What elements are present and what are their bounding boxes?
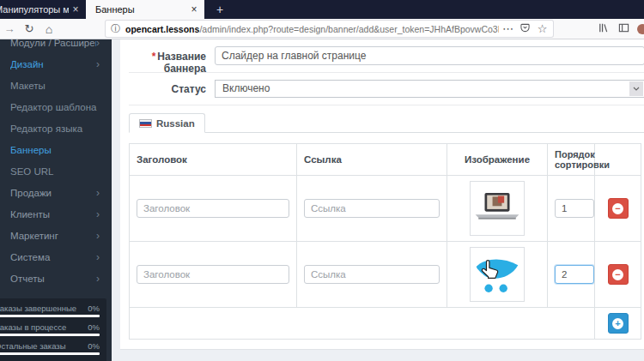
forward-icon[interactable]: → [3, 23, 16, 34]
sidebar-item-system[interactable]: Система› [0, 247, 112, 268]
language-tab-label: Russian [156, 118, 195, 129]
browser-tab-inactive[interactable]: Манипуляторы мышь × [0, 0, 86, 19]
header-sort-order: Порядок сортировки [548, 144, 595, 176]
banner-title-input[interactable] [137, 199, 289, 218]
plus-circle-icon: + [612, 318, 623, 329]
stat-orders-processing: Заказы в процессе0% [0, 322, 100, 336]
progress-bar [0, 315, 100, 317]
russian-flag-icon [139, 119, 152, 128]
sidebar-item-sales[interactable]: Продажи› [0, 183, 112, 204]
stat-value: 0% [88, 304, 100, 313]
banner-link-input[interactable] [304, 265, 440, 284]
admin-sidebar: Модули / Расширения› Дизайн› Макеты Реда… [0, 39, 112, 361]
banner-image-laptop[interactable] [470, 181, 525, 236]
banner-link-input[interactable] [304, 199, 440, 218]
footer-empty-cell [130, 308, 595, 340]
main-content: *Название баннера Статус Включено Russia… [112, 39, 644, 361]
table-header-row: Заголовок Ссылка Изображение Порядок сор… [130, 144, 641, 176]
tab-title: Баннеры [95, 4, 187, 15]
progress-bar [0, 334, 100, 336]
add-row-button[interactable]: + [608, 313, 629, 334]
sidebar-item-design[interactable]: Дизайн› [0, 54, 112, 75]
url-path: /admin/index.php?route=design/banner/add… [199, 24, 499, 34]
chevron-right-icon: › [96, 183, 100, 204]
account-icon[interactable] [637, 24, 644, 34]
browser-tab-bar: Манипуляторы мышь × Баннеры × + [0, 0, 644, 19]
table-row: − [130, 242, 641, 308]
header-title: Заголовок [130, 144, 297, 176]
sidebar-item-theme-editor[interactable]: Редактор шаблона [0, 97, 112, 118]
tab-russian[interactable]: Russian [129, 113, 205, 133]
sidebar-item-seo-url[interactable]: SEO URL [0, 161, 112, 183]
stat-value: 0% [88, 322, 100, 332]
sidebar-toggle-icon[interactable] [617, 22, 630, 35]
sort-order-input[interactable] [555, 265, 594, 284]
tab-title: Манипуляторы мышь [0, 4, 69, 15]
sidebar-item-marketing[interactable]: Маркетинг› [0, 226, 112, 247]
banner-name-input[interactable] [215, 46, 644, 65]
banner-image-opencart-logo[interactable] [470, 247, 525, 302]
banner-name-label: *Название баннера [129, 46, 215, 75]
sidebar-item-language-editor[interactable]: Редактор языка [0, 118, 112, 140]
sort-order-input[interactable] [555, 199, 594, 218]
sidebar-item-banners[interactable]: Баннеры [0, 140, 112, 161]
status-label: Статус [129, 83, 215, 95]
status-row: Статус Включено [129, 73, 644, 105]
url-domain: opencart.lessons [125, 24, 199, 34]
progress-bar [0, 352, 100, 355]
sidebar-item-reports[interactable]: Отчеты› [0, 268, 112, 290]
table-row: − [130, 176, 641, 242]
status-selected-value: Включено [222, 82, 270, 94]
divider [129, 105, 644, 105]
banner-name-row: *Название баннера [129, 39, 644, 72]
remove-row-button[interactable]: − [608, 198, 629, 219]
chevron-down-icon [629, 81, 643, 96]
remove-row-button[interactable]: − [608, 264, 629, 285]
url-bar[interactable]: ⓘ opencart.lessons/admin/index.php?route… [106, 21, 553, 37]
sidebar-item-extensions[interactable]: Модули / Расширения› [0, 39, 112, 54]
tab-close-icon[interactable]: × [69, 3, 82, 15]
chevron-right-icon: › [96, 39, 100, 54]
url-text[interactable]: opencart.lessons/admin/index.php?route=d… [125, 24, 499, 34]
required-mark: * [152, 51, 156, 63]
bookmark-star-icon[interactable]: ☆ [537, 23, 548, 34]
chevron-right-icon: › [96, 54, 100, 75]
table-footer-row: + [130, 308, 641, 340]
site-info-icon[interactable]: ⓘ [111, 22, 120, 35]
sidebar-order-stats: Заказы завершенные0% Заказы в процессе0%… [0, 298, 106, 361]
stat-orders-completed: Заказы завершенные0% [0, 304, 100, 317]
minus-circle-icon: − [612, 203, 623, 214]
language-tabs: Russian [129, 113, 644, 133]
banner-title-input[interactable] [137, 265, 289, 284]
banner-form-panel: *Название баннера Статус Включено Russia… [120, 39, 644, 350]
chevron-right-icon: › [96, 247, 100, 268]
sidebar-menu: Модули / Расширения› Дизайн› Макеты Реда… [0, 39, 112, 290]
tab-close-icon[interactable]: × [187, 3, 201, 15]
header-image: Изображение [447, 144, 548, 176]
new-tab-button[interactable]: + [210, 0, 230, 19]
library-icon[interactable] [596, 22, 610, 35]
header-link: Ссылка [297, 144, 447, 176]
pocket-icon[interactable] [519, 23, 531, 34]
home-icon[interactable]: ⌂ [42, 23, 56, 35]
chevron-right-icon: › [96, 226, 100, 247]
status-select[interactable]: Включено [215, 80, 644, 98]
stat-orders-other: Остальные заказы0% [0, 341, 100, 355]
chevron-right-icon: › [96, 268, 100, 290]
sidebar-item-customers[interactable]: Клиенты› [0, 204, 112, 226]
page-actions-icon[interactable]: ⋯ [502, 23, 513, 34]
banner-items-table: Заголовок Ссылка Изображение Порядок сор… [129, 143, 641, 340]
reload-icon[interactable]: ↻ [22, 23, 36, 34]
stat-value: 0% [88, 341, 100, 351]
browser-tab-active[interactable]: Баннеры × [86, 0, 204, 19]
chevron-right-icon: › [96, 204, 100, 226]
minus-circle-icon: − [612, 269, 623, 280]
sidebar-item-layouts[interactable]: Макеты [0, 75, 112, 97]
browser-toolbar: → ↻ ⌂ ⓘ opencart.lessons/admin/index.php… [0, 19, 644, 39]
